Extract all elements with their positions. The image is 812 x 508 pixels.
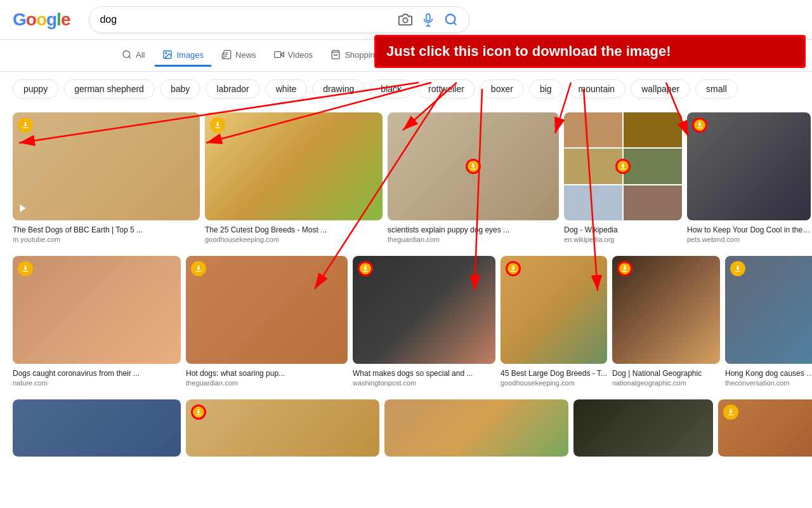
card-title-r2-2: Hot dogs: what soaring pup...: [186, 366, 348, 379]
download-button-r3-2[interactable]: [191, 404, 206, 420]
svg-marker-11: [280, 53, 284, 57]
download-button-4[interactable]: [615, 159, 631, 174]
download-button-r2-6[interactable]: [730, 261, 745, 276]
card-source-r2-1: nature.com: [13, 379, 181, 387]
chip-german-shepherd[interactable]: german shepherd: [63, 79, 155, 98]
download-button-r2-5[interactable]: [617, 261, 632, 276]
image-card-nature[interactable]: Dogs caught coronavirus from their ... n…: [13, 256, 181, 389]
download-button-2[interactable]: [210, 117, 225, 133]
card-info-r2-4: 45 Best Large Dog Breeds - T... goodhous…: [501, 364, 607, 389]
filter-chips: puppy german shepherd baby labrador whit…: [0, 72, 812, 106]
chip-mountain[interactable]: mountain: [568, 79, 626, 98]
image-card-goodhouse2[interactable]: 45 Best Large Dog Breeds - T... goodhous…: [501, 256, 607, 389]
chip-boxer[interactable]: boxer: [480, 79, 524, 98]
search-icon[interactable]: [443, 12, 459, 27]
chip-baby[interactable]: baby: [160, 79, 200, 98]
search-icons: [398, 12, 459, 27]
card-title-r2-6: Hong Kong dog causes pani...: [725, 366, 812, 379]
card-info-r2-5: Dog | National Geographic nationalgeogra…: [612, 364, 720, 389]
card-title-r2-4: 45 Best Large Dog Breeds - T...: [501, 366, 607, 379]
card-info-r2-1: Dogs caught coronavirus from their ... n…: [13, 364, 181, 389]
card-title-1: The Best Dogs of BBC Earth | Top 5 ...: [13, 223, 200, 236]
settings-link[interactable]: Settings: [629, 46, 664, 65]
image-card-conversation[interactable]: Hong Kong dog causes pani... theconversa…: [725, 256, 812, 389]
card-title-r2-3: What makes dogs so special and ...: [353, 366, 495, 379]
nav-tabs: All Images News Videos Shopping ⋮ More S…: [0, 40, 812, 72]
card-title-3: scientists explain puppy dog eyes ...: [388, 223, 559, 236]
nav-right: Settings Tools: [629, 46, 698, 65]
chip-drawing[interactable]: drawing: [312, 79, 365, 98]
card-info-1: The Best Dogs of BBC Earth | Top 5 ... m…: [13, 220, 200, 246]
camera-icon[interactable]: [398, 12, 413, 27]
card-source-3: theguardian.com: [388, 236, 559, 243]
card-info-5: How to Keep Your Dog Cool in the S... pe…: [687, 220, 811, 246]
mic-icon[interactable]: [421, 12, 436, 27]
card-title-r2-1: Dogs caught coronavirus from their ...: [13, 366, 181, 379]
chip-wallpaper[interactable]: wallpaper: [631, 79, 690, 98]
download-button-r2-2[interactable]: [191, 261, 206, 276]
chip-big[interactable]: big: [529, 79, 563, 98]
tab-images[interactable]: Images: [155, 44, 211, 67]
card-source-r2-6: theconversation.com: [725, 379, 812, 387]
chip-labrador[interactable]: labrador: [206, 79, 259, 98]
image-card-natgeo[interactable]: Dog | National Geographic nationalgeogra…: [612, 256, 720, 389]
chip-white[interactable]: white: [265, 79, 308, 98]
image-card-guardian2[interactable]: Hot dogs: what soaring pup... theguardia…: [186, 256, 348, 389]
card-title-r2-5: Dog | National Geographic: [612, 366, 720, 379]
svg-point-2: [446, 15, 455, 24]
svg-line-3: [454, 22, 457, 25]
chip-puppy[interactable]: puppy: [13, 79, 58, 98]
tab-more[interactable]: ⋮ More: [390, 43, 439, 69]
image-card-bbc[interactable]: The Best Dogs of BBC Earth | Top 5 ... m…: [13, 112, 200, 246]
download-button-r2-3[interactable]: [358, 261, 373, 276]
image-card-cartoon[interactable]: [13, 399, 181, 457]
search-bar: dog: [89, 6, 469, 33]
svg-marker-14: [20, 204, 25, 212]
download-button-r2-1[interactable]: [18, 261, 33, 276]
chip-black[interactable]: black: [370, 79, 412, 98]
card-source-r2-5: nationalgeographic.com: [612, 379, 720, 387]
image-card-black-dog[interactable]: [573, 399, 713, 457]
svg-point-4: [123, 51, 130, 58]
svg-point-7: [166, 53, 167, 54]
card-info-4: Dog - Wikipedia en.wikipedia.org: [564, 220, 682, 246]
svg-rect-12: [274, 51, 280, 57]
download-button-r2-4[interactable]: [506, 261, 521, 276]
tab-videos[interactable]: Videos: [266, 44, 321, 67]
card-source-r2-3: washingtonpost.com: [353, 379, 495, 387]
image-row-2: Dogs caught coronavirus from their ... n…: [13, 256, 799, 389]
card-source-r2-2: theguardian.com: [186, 379, 348, 387]
image-card-wikipedia[interactable]: Dog - Wikipedia en.wikipedia.org: [564, 112, 682, 246]
card-source-1: m.youtube.com: [13, 236, 200, 243]
tab-news[interactable]: News: [214, 44, 264, 67]
image-card-guardian[interactable]: scientists explain puppy dog eyes ... th…: [388, 112, 559, 246]
image-row-1: The Best Dogs of BBC Earth | Top 5 ... m…: [13, 112, 799, 246]
image-card-lab-puppy[interactable]: [186, 399, 379, 457]
chip-small[interactable]: small: [695, 79, 738, 98]
card-source-5: pets.webmd.com: [687, 236, 811, 243]
card-info-r2-3: What makes dogs so special and ... washi…: [353, 364, 495, 389]
card-title-5: How to Keep Your Dog Cool in the S...: [687, 223, 811, 236]
download-button-5[interactable]: [692, 117, 707, 133]
search-input[interactable]: dog: [100, 14, 391, 25]
card-title-4: Dog - Wikipedia: [564, 223, 682, 236]
header: Google dog: [0, 0, 812, 40]
image-grid: The Best Dogs of BBC Earth | Top 5 ... m…: [0, 106, 812, 473]
card-source-2: goodhousekeeping.com: [205, 236, 383, 243]
image-card-puppies-group[interactable]: [384, 399, 568, 457]
image-card-yorkshire[interactable]: [718, 399, 812, 457]
download-button-r3-5[interactable]: [723, 404, 738, 420]
card-info-2: The 25 Cutest Dog Breeds - Most ... good…: [205, 220, 383, 246]
card-info-r2-2: Hot dogs: what soaring pup... theguardia…: [186, 364, 348, 389]
image-card-wapo[interactable]: What makes dogs so special and ... washi…: [353, 256, 495, 389]
tab-all[interactable]: All: [114, 44, 152, 67]
image-card-goodhouse[interactable]: The 25 Cutest Dog Breeds - Most ... good…: [205, 112, 383, 246]
tools-link[interactable]: Tools: [674, 46, 698, 65]
image-card-webmd[interactable]: How to Keep Your Dog Cool in the S... pe…: [687, 112, 811, 246]
download-button-1[interactable]: [18, 117, 33, 133]
download-button-3[interactable]: [466, 159, 481, 174]
google-logo: Google: [13, 10, 70, 30]
chip-rottweiler[interactable]: rottweiler: [417, 79, 475, 98]
tab-shopping[interactable]: Shopping: [323, 44, 387, 67]
card-info-r2-6: Hong Kong dog causes pani... theconversa…: [725, 364, 812, 389]
